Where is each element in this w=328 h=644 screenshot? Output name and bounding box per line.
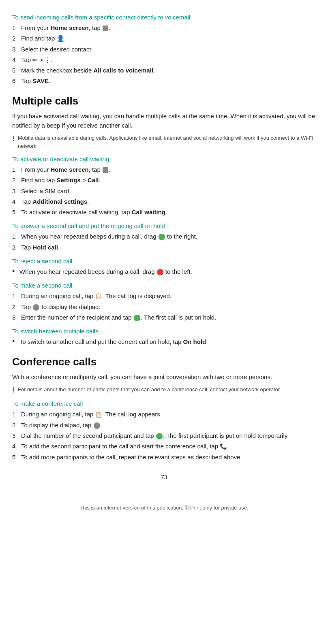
multiple-calls-desc: If you have activated call waiting, you … bbox=[12, 111, 316, 130]
step-item: 2Find and tap 👤. bbox=[12, 34, 316, 43]
make-conference-heading: To make a conference call bbox=[12, 400, 316, 407]
multiple-calls-note: ! Mobile data is unavailable during call… bbox=[12, 134, 316, 150]
red-call-icon bbox=[157, 269, 163, 275]
step-item: 1During an ongoing call, tap 📋. The call… bbox=[12, 409, 316, 419]
step-item: 2To display the dialpad, tap . bbox=[12, 420, 316, 430]
activate-waiting-steps: 1From your Home screen, tap . 2Find and … bbox=[12, 165, 316, 217]
dialpad-icon2 bbox=[94, 422, 100, 429]
conference-calls-title: Conference calls bbox=[12, 356, 316, 368]
switch-calls-heading: To switch between multiple calls bbox=[12, 328, 316, 335]
multiple-calls-title: Multiple calls bbox=[12, 95, 316, 107]
bullet-item: •To switch to another call and put the c… bbox=[12, 337, 316, 346]
conference-calls-note-text: For details about the number of particip… bbox=[18, 386, 281, 394]
step-item: 5To add more participants to the call, r… bbox=[12, 452, 316, 462]
page-number: 73 bbox=[12, 474, 316, 480]
voicemail-steps: 1From your Home screen, tap . 2Find and … bbox=[12, 23, 316, 86]
conference-calls-desc: With a conference or multiparty call, yo… bbox=[12, 372, 316, 382]
step-item: 1When you hear repeated beeps during a c… bbox=[12, 232, 316, 241]
green-call-icon bbox=[159, 234, 165, 240]
bullet-item: •When you hear repeated beeps during a c… bbox=[12, 267, 316, 276]
step-item: 1During an ongoing call, tap 📋. The call… bbox=[12, 291, 316, 301]
step-item: 3Select a SIM card. bbox=[12, 186, 316, 196]
step-item: 3Dial the number of the second participa… bbox=[12, 431, 316, 440]
step-item: 2Tap to display the dialpad. bbox=[12, 302, 316, 311]
multiple-calls-note-text: Mobile data is unavailable during calls.… bbox=[18, 134, 316, 150]
step-item: 4To add the second participant to the ca… bbox=[12, 441, 316, 451]
warning-icon2: ! bbox=[12, 386, 15, 395]
answer-second-heading: To answer a second call and put the ongo… bbox=[12, 222, 316, 229]
step-item: 3Select the desired contact. bbox=[12, 45, 316, 54]
step-item: 4Tap Additional settings. bbox=[12, 197, 316, 206]
answer-second-steps: 1When you hear repeated beeps during a c… bbox=[12, 232, 316, 252]
green-call-icon2 bbox=[134, 315, 140, 321]
step-item: 5To activate or deactivate call waiting,… bbox=[12, 207, 316, 217]
voicemail-heading: To send incoming calls from a specific c… bbox=[12, 14, 316, 21]
switch-calls-bullets: •To switch to another call and put the c… bbox=[12, 337, 316, 346]
step-item: 6Tap SAVE. bbox=[12, 76, 316, 85]
step-item: 3Enter the number of the recipient and t… bbox=[12, 313, 316, 322]
step-item: 4Tap ✏ > ⋮. bbox=[12, 55, 316, 64]
make-second-heading: To make a second call bbox=[12, 282, 316, 289]
step-item: 1From your Home screen, tap . bbox=[12, 165, 316, 174]
warning-icon: ! bbox=[12, 134, 15, 143]
page-footer: This is an internet version of this publ… bbox=[12, 505, 316, 511]
reject-second-bullets: •When you hear repeated beeps during a c… bbox=[12, 267, 316, 276]
reject-second-heading: To reject a second call bbox=[12, 258, 316, 264]
make-conference-steps: 1During an ongoing call, tap 📋. The call… bbox=[12, 409, 316, 462]
step-item: 5Mark the checkbox beside All calls to v… bbox=[12, 66, 316, 75]
step-item: 1From your Home screen, tap . bbox=[12, 23, 316, 32]
green-call-icon3 bbox=[156, 433, 163, 439]
dialpad-icon bbox=[33, 304, 39, 311]
step-item: 2Find and tap Settings > Call. bbox=[12, 175, 316, 185]
step-item: 2Tap Hold call. bbox=[12, 243, 316, 252]
apps-icon bbox=[103, 26, 108, 31]
activate-waiting-heading: To activate or deactivate call waiting bbox=[12, 156, 316, 162]
apps-icon bbox=[103, 167, 108, 173]
make-second-steps: 1During an ongoing call, tap 📋. The call… bbox=[12, 291, 316, 322]
conference-calls-note: ! For details about the number of partic… bbox=[12, 386, 316, 395]
